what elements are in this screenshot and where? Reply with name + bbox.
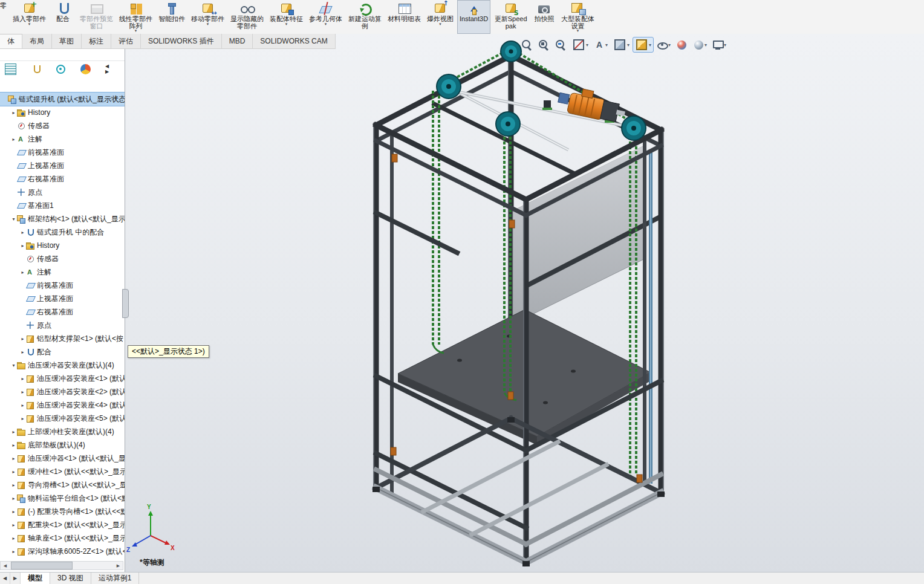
manager-tab-icon[interactable] [5,63,16,75]
ribbon-button[interactable]: 线性零部件阵列 ▼ [117,0,155,34]
tree-item[interactable]: 链式提升机 (默认<默认_显示状态-1: [0,92,125,106]
dropdown-arrow-icon[interactable]: ▾ [649,42,651,48]
tree-item[interactable]: ▸ 导向滑槽<1> (默认<<默认>_显示 [0,478,125,492]
headsup-button[interactable]: ▾ [654,37,673,53]
tree-item[interactable]: ▸ History [0,106,125,119]
dropdown-arrow-icon[interactable]: ▾ [627,42,630,48]
tree-item[interactable]: ▸ 缓冲柱<1> (默认<<默认>_显示 [0,465,125,478]
headsup-button[interactable]: ▾ [710,37,729,53]
tree-item[interactable]: 上视基准面 [0,159,125,172]
tree-horizontal-scrollbar[interactable]: ◀ ▶ [0,561,123,570]
expand-arrow-icon[interactable]: ▸ [10,429,17,435]
expand-arrow-icon[interactable]: ▸ [19,336,26,342]
headsup-button[interactable]: ▾ [691,37,709,53]
headsup-button[interactable] [536,37,552,53]
headsup-button[interactable]: ▾ [611,37,632,53]
clipped-ribbon-button[interactable]: 零 [0,0,9,34]
tree-item[interactable]: ▸ 注解 [0,265,125,279]
tree-item[interactable]: ▸ 油压缓冲器<1> (默认<默认_显示 [0,452,125,465]
ribbon-button[interactable]: 爆炸视图 ▼ [425,0,456,34]
tree-item[interactable]: ▸ (-) 配重块导向槽<1> (默认<<默认 [0,505,125,518]
expand-arrow-icon[interactable]: ▸ [10,137,17,142]
tree-item[interactable]: 原点 [0,186,125,199]
model-canvas[interactable]: Y X Z [125,34,924,572]
graphics-viewport[interactable]: ▾ ▾ ▾ ▾ [125,34,924,572]
expand-arrow-icon[interactable]: ▸ [19,243,26,248]
expand-arrow-icon[interactable]: ▸ [19,349,26,355]
tree-item[interactable]: ▸ 物料运输平台组合<1> (默认<默认 [0,492,125,505]
expand-arrow-icon[interactable]: ▸ [10,482,17,488]
ribbon-button[interactable]: 移动零部件 ▼ [189,0,227,34]
dropdown-arrow-icon[interactable]: ▾ [704,42,707,48]
tree-scroll-up-icon[interactable]: ▴ [114,93,117,99]
tree-item[interactable]: ▸ 铝型材支撑架<1> (默认<按 [0,332,125,345]
tree-item[interactable]: ▸ 上部缓冲柱安装座(默认)(4) [0,425,125,438]
tree-item[interactable]: ▸ 轴承座<1> (默认<<默认>_显示 [0,531,125,545]
ribbon-button[interactable]: Instant3D [457,0,490,34]
tree-item[interactable]: ▸ 链式提升机 中的配合 [0,225,125,239]
tree-item[interactable]: ▾ 框架结构<1> (默认<默认_显示状 [0,212,125,225]
tree-item[interactable]: 右视基准面 [0,172,125,186]
scroll-left-icon[interactable]: ◀ [1,563,10,568]
tree-item[interactable]: 原点 [0,319,125,332]
tree-item[interactable]: ▸ 配重块<1> (默认<<默认>_显示 [0,518,125,531]
expand-arrow-icon[interactable]: ▸ [10,110,17,115]
ribbon-button[interactable]: 拍快照 [531,0,558,34]
ribbon-button[interactable]: 装配体特征 ▼ [267,0,305,34]
dropdown-arrow-icon[interactable]: ▾ [605,42,608,48]
tree-item[interactable]: 传感器 [0,119,125,132]
expand-arrow-icon[interactable]: ▸ [19,270,26,275]
headsup-button[interactable]: ▾ [633,37,654,53]
document-tab[interactable]: 模型 [21,573,50,584]
ribbon-button[interactable]: 智能扣件 [156,0,187,34]
tree-item[interactable]: ▸ 油压缓冲器安装座<5> (默认 [0,412,125,425]
command-tab[interactable]: 标注 [82,34,111,48]
command-tab[interactable]: 评估 [111,34,141,48]
tree-item[interactable]: ▾ 油压缓冲器安装座(默认)(4) [0,359,125,372]
command-tab[interactable]: MBD [222,34,253,48]
expand-arrow-icon[interactable]: ▸ [10,536,17,541]
headsup-button[interactable] [519,37,535,53]
panel-splitter-handle[interactable] [122,289,129,318]
tree-item[interactable]: ▸ History [0,239,125,252]
manager-tab-icon[interactable] [56,64,66,74]
expand-arrow-icon[interactable]: ▸ [10,443,17,448]
expand-arrow-icon[interactable]: ▸ [19,389,26,395]
tree-item[interactable]: ▸ 油压缓冲器安装座<1> (默认 [0,372,125,385]
dropdown-arrow-icon[interactable]: ▼ [438,22,442,27]
expand-arrow-icon[interactable]: ▸ [10,522,17,528]
tree-item[interactable]: ▸ 油压缓冲器安装座<4> (默认 [0,398,125,412]
expand-arrow-icon[interactable]: ▸ [19,230,26,235]
dropdown-arrow-icon[interactable]: ▼ [28,22,31,27]
ribbon-button[interactable]: 插入零部件 ▼ [10,0,48,34]
tree-item[interactable]: ▸ 配合 [0,345,125,359]
expand-arrow-icon[interactable]: ▸ [19,403,26,408]
dropdown-arrow-icon[interactable]: ▼ [134,29,138,33]
dropdown-arrow-icon[interactable]: ▼ [285,22,288,27]
command-tab[interactable]: 草图 [52,34,82,48]
expand-arrow-icon[interactable]: ▾ [10,216,17,222]
dropdown-arrow-icon[interactable]: ▾ [668,42,671,48]
dropdown-arrow-icon[interactable]: ▾ [724,42,726,48]
ribbon-button[interactable]: 配合 [50,0,76,34]
chain-sprockets[interactable] [437,41,646,140]
ribbon-button[interactable]: 参考几何体 ▼ [307,0,345,34]
command-tab[interactable]: SOLIDWORKS 插件 [141,34,222,48]
headsup-button[interactable]: ▾ [591,37,610,53]
ribbon-button[interactable]: 材料明细表 [385,0,423,34]
tree-item[interactable]: 右视基准面 [0,305,125,319]
expand-arrow-icon[interactable]: ▸ [10,549,17,554]
ribbon-button[interactable]: 新建运动算例 [346,0,384,34]
expand-arrow-icon[interactable]: ▸ [10,509,17,514]
expand-arrow-icon[interactable]: ▸ [10,496,17,501]
tree-item[interactable]: ▸ 注解 [0,132,125,146]
dropdown-arrow-icon[interactable]: ▾ [586,42,588,48]
expand-arrow-icon[interactable]: ▾ [10,363,17,368]
expand-arrow-icon[interactable]: ▸ [19,376,26,381]
tree-item[interactable]: 传感器 [0,252,125,265]
sheet-nav-button[interactable]: ◀ [0,573,10,584]
ribbon-button[interactable]: 大型装配体设置 ▼ [559,0,597,34]
headsup-button[interactable]: ▾ [570,37,591,53]
manager-tab-icon[interactable] [31,64,41,74]
tree-item[interactable]: ▸ 底部垫板(默认)(4) [0,438,125,452]
